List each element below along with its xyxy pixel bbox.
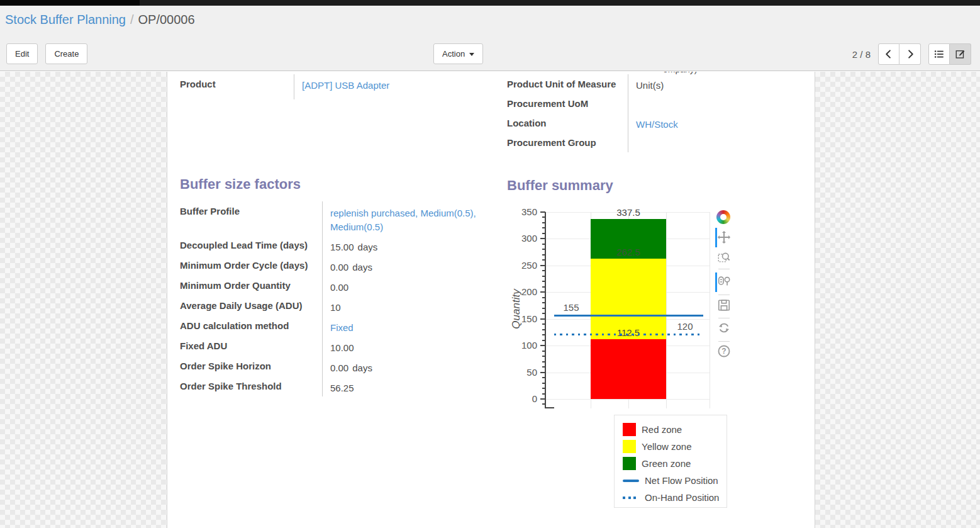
field-value-link[interactable]: WH/Stock [628, 113, 804, 133]
field-label: Average Daily Usage (ADU) [180, 296, 322, 316]
pan-icon[interactable] [716, 230, 732, 245]
field-value-link[interactable]: Fixed [322, 316, 493, 336]
record-buttons: Edit Create [6, 43, 87, 64]
field-row: Procurement Group [507, 133, 804, 152]
y-axis-minor-tick [542, 361, 545, 362]
y-axis-minor-tick [542, 233, 545, 234]
zone-value-label: 262.5 [591, 247, 666, 257]
field-row: Order Spike Horizon0.00days [180, 356, 493, 376]
action-dropdown-button[interactable]: Action [433, 43, 483, 64]
action-label: Action [442, 49, 465, 59]
field-label: ADU calculation method [180, 316, 322, 336]
help-icon[interactable]: ? [716, 344, 732, 359]
field-value: 0.00days [322, 356, 493, 376]
save-icon[interactable] [716, 298, 732, 313]
breadcrumb-current: OP/00006 [138, 13, 195, 26]
pager: 2 / 8 [852, 43, 971, 65]
chevron-left-icon [883, 48, 894, 60]
field-label: Product [180, 74, 294, 99]
y-axis-minor-tick [542, 302, 545, 303]
legend-label: Net Flow Position [645, 475, 718, 486]
pager-next-button[interactable] [899, 43, 921, 65]
y-axis-minor-tick [542, 383, 545, 384]
field-value-link[interactable]: [ADPT] USB Adapter [294, 74, 498, 99]
y-axis-minor-tick [542, 286, 545, 288]
y-axis-minor-tick [542, 222, 545, 223]
list-view-icon [933, 48, 945, 60]
y-axis-major-tick [540, 318, 545, 320]
line-value-label: 155 [557, 302, 585, 313]
caret-down-icon [469, 53, 474, 56]
field-label: Decoupled Lead Time (days) [180, 235, 322, 256]
legend-swatch-line [623, 480, 639, 482]
field-label: Minimum Order Cycle (days) [180, 256, 322, 276]
field-value-link[interactable]: replenish purchased, Medium(0.5), Medium… [322, 201, 493, 235]
field-value: 0.00days [322, 256, 493, 276]
legend-label: Green zone [642, 458, 691, 469]
field-label: Location [507, 113, 628, 133]
y-axis-major-tick [540, 265, 545, 266]
control-panel: Stock Buffer Planning/OP/00006 Edit Crea… [0, 6, 980, 71]
content-background: ompany) Product[ADPT] USB Adapter Produc… [0, 72, 980, 528]
y-axis-major-tick [540, 238, 545, 239]
pager-count: 2 / 8 [852, 49, 871, 60]
legend-label: On-Hand Position [645, 492, 719, 503]
hover-compare-icon[interactable] [716, 274, 732, 289]
field-group-left: Product[ADPT] USB Adapter [180, 74, 498, 99]
box-zoom-icon[interactable] [716, 250, 732, 266]
field-group-right: Product Unit of MeasureUnit(s)Procuremen… [507, 74, 804, 152]
field-value: 56.25 [322, 376, 493, 396]
value-unit-suffix: days [352, 362, 372, 373]
y-axis-minor-tick [542, 377, 545, 378]
chevron-right-icon [905, 48, 916, 60]
field-row: Product[ADPT] USB Adapter [180, 74, 498, 99]
legend-label: Red zone [642, 424, 682, 435]
plotly-logo-icon[interactable] [716, 210, 732, 225]
legend-swatch-box [623, 457, 636, 470]
form-sheet: ompany) Product[ADPT] USB Adapter Produc… [167, 72, 815, 528]
legend-item[interactable]: Green zone [615, 455, 727, 472]
y-axis-minor-tick [542, 403, 545, 405]
y-axis-minor-tick [542, 388, 545, 389]
legend-item[interactable]: Red zone [615, 421, 727, 438]
y-axis-tick-label: 100 [509, 340, 537, 351]
legend-item[interactable]: Yellow zone [615, 438, 727, 455]
legend-item[interactable]: On-Hand Position [615, 489, 727, 506]
modebar-divider [718, 341, 730, 342]
y-axis-minor-tick [542, 227, 545, 228]
field-row: ADU calculation methodFixed [180, 316, 493, 336]
value-unit-suffix: days [358, 242, 378, 252]
x-axis-tick [545, 407, 554, 408]
edit-button[interactable]: Edit [6, 43, 38, 64]
field-row: Minimum Order Quantity0.00 [180, 276, 493, 296]
pager-prev-button[interactable] [878, 43, 899, 65]
field-label: Procurement Group [507, 133, 628, 152]
y-axis-minor-tick [542, 366, 545, 368]
legend-item[interactable]: Net Flow Position [615, 472, 727, 489]
y-axis-major-tick [540, 398, 545, 400]
field-label: Buffer Profile [180, 201, 322, 235]
y-axis-minor-tick [542, 216, 545, 218]
field-row: LocationWH/Stock [507, 113, 804, 133]
breadcrumb-link-stock-buffer-planning[interactable]: Stock Buffer Planning [5, 13, 126, 26]
value-unit-suffix: days [352, 262, 372, 272]
y-axis-minor-tick [542, 313, 545, 314]
modebar-divider [718, 269, 730, 269]
y-axis-minor-tick [542, 356, 545, 357]
list-view-button[interactable] [928, 43, 950, 65]
breadcrumb-separator: / [126, 13, 138, 26]
field-value: 10 [322, 296, 493, 316]
y-axis-minor-tick [542, 281, 545, 282]
section-title-buffer-size-factors: Buffer size factors [180, 176, 301, 193]
buffer-summary-chart: 112.5262.5337.51551200501001502002503003… [546, 212, 710, 408]
y-axis-tick-label: 0 [509, 393, 537, 404]
legend-swatch-dots [623, 497, 639, 499]
reset-axes-icon[interactable] [716, 321, 732, 336]
field-row: Decoupled Lead Time (days)15.00days [180, 235, 493, 256]
form-view-button[interactable] [950, 43, 971, 65]
on-hand-position-line [554, 334, 703, 335]
create-button[interactable]: Create [45, 43, 87, 64]
form-view-icon [955, 48, 966, 60]
field-label: Order Spike Horizon [180, 356, 322, 376]
y-axis-tick-label: 250 [509, 260, 537, 271]
